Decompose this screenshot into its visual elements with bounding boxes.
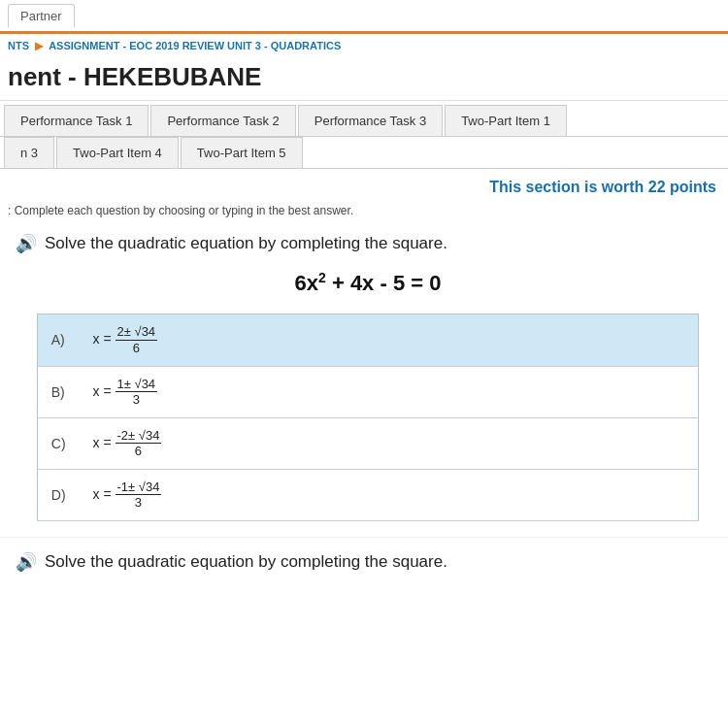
answer-spacer-c	[621, 417, 699, 469]
numerator-a: 2± √34	[116, 324, 158, 341]
answer-spacer-a	[621, 314, 699, 366]
speaker-icon[interactable]: 🔊	[16, 233, 37, 254]
tab-performance-task-1[interactable]: Performance Task 1	[4, 105, 149, 136]
instructions: : Complete each question by choosing or …	[0, 200, 728, 227]
denominator-a: 6	[131, 341, 142, 356]
answer-row-c[interactable]: C) x = -2± √34 6	[37, 417, 698, 469]
answer-label-c: C)	[37, 417, 79, 469]
next-speaker-icon[interactable]: 🔊	[16, 551, 37, 573]
answer-row-d[interactable]: D) x = -1± √34 3	[37, 469, 698, 520]
breadcrumb-segment2[interactable]: ASSIGNMENT - EOC 2019 REVIEW UNIT 3 - QU…	[49, 40, 341, 51]
answer-content-a: x = 2± √34 6	[80, 314, 621, 366]
tab-two-part-item-4[interactable]: Two-Part Item 4	[56, 137, 179, 168]
fraction-b: 1± √34 3	[116, 377, 158, 408]
page-title: nent - HEKEBUBANE	[0, 58, 728, 101]
denominator-c: 6	[133, 444, 144, 459]
question-block: 🔊 Solve the quadratic equation by comple…	[0, 227, 728, 531]
answer-prefix-d: x =	[93, 486, 116, 502]
section-header: This section is worth 22 points	[0, 169, 728, 200]
answer-label-a: A)	[37, 314, 79, 366]
question-text: 🔊 Solve the quadratic equation by comple…	[16, 233, 720, 254]
denominator-d: 3	[133, 495, 144, 511]
fraction-c: -2± √34 6	[116, 428, 162, 459]
answer-prefix-a: x =	[93, 331, 116, 347]
numerator-b: 1± √34	[116, 377, 158, 393]
tab-performance-task-3[interactable]: Performance Task 3	[298, 105, 443, 136]
numerator-c: -2± √34	[116, 428, 162, 445]
fraction-d: -1± √34 3	[116, 480, 162, 511]
answer-content-d: x = -1± √34 3	[80, 469, 621, 520]
answer-row-b[interactable]: B) x = 1± √34 3	[37, 366, 698, 417]
breadcrumb-arrow: ▶	[35, 40, 43, 51]
breadcrumb: NTS ▶ ASSIGNMENT - EOC 2019 REVIEW UNIT …	[0, 34, 728, 58]
answer-spacer-b	[621, 366, 699, 417]
answer-table: A) x = 2± √34 6 B) x = 1± √34 3	[37, 314, 699, 521]
breadcrumb-segment1[interactable]: NTS	[8, 40, 29, 51]
answer-prefix-b: x =	[93, 382, 116, 398]
answer-content-b: x = 1± √34 3	[80, 366, 621, 417]
answer-content-c: x = -2± √34 6	[80, 417, 621, 469]
answer-row-a[interactable]: A) x = 2± √34 6	[37, 314, 698, 366]
next-question-preview: 🔊 Solve the quadratic equation by comple…	[0, 537, 728, 577]
tab-two-part-item-1[interactable]: Two-Part Item 1	[445, 105, 567, 136]
fraction-a: 2± √34 6	[116, 324, 158, 355]
numerator-d: -1± √34	[116, 480, 162, 496]
answer-label-b: B)	[37, 366, 79, 417]
denominator-b: 3	[131, 392, 142, 408]
answer-prefix-c: x =	[93, 435, 116, 450]
answer-label-d: D)	[37, 469, 79, 520]
top-bar: Partner	[0, 0, 728, 34]
equation-display: 6x2 + 4x - 5 = 0	[16, 270, 720, 296]
next-question-text: Solve the quadratic equation by completi…	[45, 552, 447, 572]
partner-tab[interactable]: Partner	[8, 4, 75, 27]
tab-two-part-item-5[interactable]: Two-Part Item 5	[181, 137, 303, 168]
question-label: Solve the quadratic equation by completi…	[45, 234, 447, 253]
tab-performance-task-2[interactable]: Performance Task 2	[150, 105, 295, 136]
tab-row-1: Performance Task 1 Performance Task 2 Pe…	[0, 101, 728, 137]
tab-row-2: n 3 Two-Part Item 4 Two-Part Item 5	[0, 137, 728, 169]
tab-n3[interactable]: n 3	[4, 137, 54, 168]
answer-spacer-d	[621, 469, 699, 520]
